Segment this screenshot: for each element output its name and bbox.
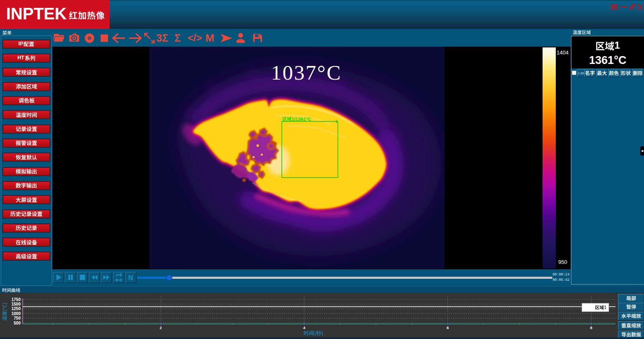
svg-text:500: 500: [14, 321, 21, 325]
svg-text:0: 0: [120, 278, 122, 282]
svg-text:Σ: Σ: [174, 32, 181, 44]
svg-text:1500: 1500: [12, 302, 21, 306]
svg-text:2: 2: [160, 325, 162, 330]
svg-text:8: 8: [590, 325, 592, 330]
svg-text:1037°C: 1037°C: [271, 61, 341, 84]
svg-text:750: 750: [14, 316, 21, 320]
svg-text:4: 4: [303, 325, 306, 330]
svg-text:N: N: [128, 274, 133, 281]
svg-text:</>: </>: [188, 32, 202, 43]
svg-text:3Σ: 3Σ: [156, 32, 168, 44]
svg-text:1750: 1750: [12, 297, 21, 302]
svg-text:1250: 1250: [12, 306, 21, 311]
svg-text:6: 6: [447, 325, 449, 330]
svg-text:M: M: [205, 32, 214, 44]
svg-text:1000: 1000: [12, 311, 21, 316]
